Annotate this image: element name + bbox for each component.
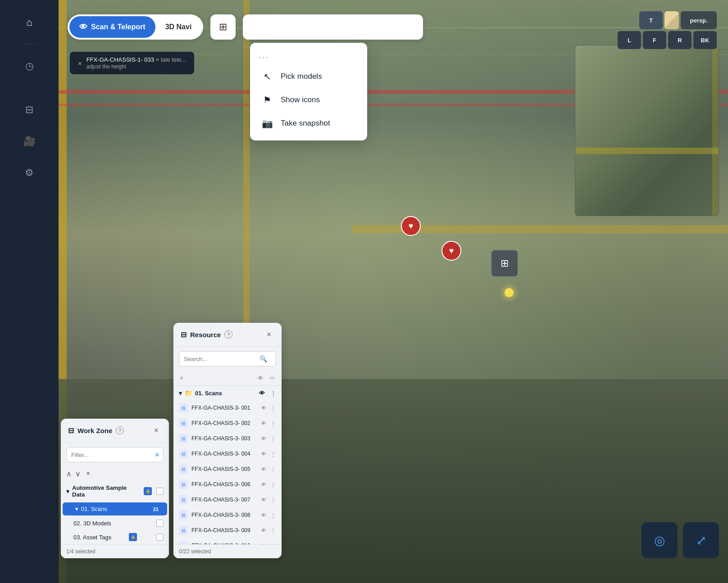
work-zone-filter-input[interactable]	[66, 447, 164, 462]
resource-item-name: FFX-GA-CHASIS-3- 005	[191, 466, 257, 472]
resource-list-item[interactable]: ⊟ FFX-GA-CHASIS-3- 008 👁 ⋮	[173, 507, 282, 523]
hud-marker-2[interactable]: ♥	[441, 241, 461, 261]
work-zone-panel-icon: ⊟	[68, 426, 74, 435]
resource-list-item[interactable]: ⊟ FFX-GA-CHASIS-3- 003 👁 ⋮	[173, 431, 282, 446]
grid-view-button[interactable]: ⊞	[210, 14, 236, 40]
hud-marker-1[interactable]: ♥	[401, 216, 421, 236]
take-snapshot-item[interactable]: 📷 Take snapshot	[250, 112, 367, 135]
view-persp-button[interactable]: persp.	[681, 11, 717, 29]
sidebar-home-button[interactable]: ⌂	[16, 9, 43, 36]
resource-item-dots[interactable]: ⋮	[270, 420, 276, 427]
resource-eye-show-button[interactable]: 👁	[256, 374, 264, 383]
view-back-button[interactable]: BK	[693, 31, 717, 49]
tooltip-close-icon[interactable]: ×	[78, 59, 82, 67]
resource-item-dots[interactable]: ⋮	[270, 451, 276, 457]
pick-models-item[interactable]: ↖ Pick models	[250, 65, 367, 88]
root-checkbox[interactable]	[156, 488, 164, 495]
toolbar-input-area	[243, 14, 423, 40]
resource-item-name: FFX-GA-CHASIS-3- 001	[191, 405, 257, 411]
resource-list-item[interactable]: ⊟ FFX-GA-CHASIS-3- 004 👁 ⋮	[173, 446, 282, 461]
resource-list-item[interactable]: ⊟ FFX-GA-CHASIS-3- 002 👁 ⋮	[173, 416, 282, 431]
resource-item-eye[interactable]: 👁	[261, 527, 267, 534]
resource-item-name: FFX-GA-CHASIS-3- 008	[191, 512, 257, 518]
asset-tags-checkbox[interactable]	[156, 533, 164, 541]
tree-collapse-all-icon[interactable]: ×	[86, 470, 90, 478]
scan-teleport-button[interactable]: 👁 Scan & Teleport	[69, 16, 155, 38]
yellow-dot	[505, 288, 514, 297]
resource-folder-row[interactable]: ▾ 📁 01. Scans 👁 ⋮	[173, 386, 282, 400]
resource-list-item[interactable]: ⊟ FFX-GA-CHASIS-3- 007 👁 ⋮	[173, 492, 282, 507]
gear-icon: ⚙	[25, 167, 34, 179]
tree-child-3d-models[interactable]: 02. 3D Models	[61, 516, 169, 530]
view-top-button[interactable]: T	[639, 11, 663, 29]
resource-item-dots[interactable]: ⋮	[270, 542, 276, 545]
resource-item-eye[interactable]: 👁	[261, 497, 267, 503]
view-front-button[interactable]: F	[643, 31, 666, 49]
resource-help-icon[interactable]: ?	[224, 330, 232, 339]
3d-navi-button[interactable]: 3D Navi	[155, 16, 202, 38]
resource-item-eye[interactable]: 👁	[261, 405, 267, 411]
resource-title: Resource	[190, 331, 221, 339]
folder-eye-icon[interactable]: 👁	[259, 390, 265, 397]
sidebar-camera-button[interactable]: 🎥	[16, 128, 43, 155]
resource-item-eye[interactable]: 👁	[261, 451, 267, 457]
show-icons-item[interactable]: ⚑ Show icons	[250, 88, 367, 112]
tree-child-asset-tags[interactable]: 03. Asset Tags 🔒	[61, 530, 169, 544]
dropdown-trigger[interactable]: ...	[250, 48, 367, 65]
resource-item-eye[interactable]: 👁	[261, 420, 267, 427]
work-zone-panel: ⊟ Work Zone ? × ≡ ∧ ∨ × ▾ Automotive Sam…	[61, 419, 169, 558]
sidebar-clock-button[interactable]: ◷	[16, 53, 43, 80]
folder-dots-icon[interactable]: ⋮	[270, 390, 276, 397]
resource-item-dots[interactable]: ⋮	[270, 512, 276, 519]
resource-collapse-icon[interactable]: ×	[179, 374, 184, 383]
tree-root-item[interactable]: ▾ Automotive Sample Data 🔒	[61, 481, 169, 502]
resource-list-item[interactable]: ⊟ FFX-GA-CHASIS-3- 006 👁 ⋮	[173, 477, 282, 492]
resource-item-eye[interactable]: 👁	[261, 481, 267, 488]
scan-teleport-icon: 👁	[79, 23, 87, 32]
work-zone-close-button[interactable]: ×	[151, 425, 162, 436]
resource-list-item[interactable]: ⊟ FFX-GA-CHASIS-3- 009 👁 ⋮	[173, 523, 282, 538]
sidebar-monitor-button[interactable]: ⊟	[16, 96, 43, 123]
resource-item-icon: ⊟	[179, 541, 188, 544]
resource-item-icon: ⊟	[179, 449, 188, 458]
view-left-button[interactable]: L	[618, 31, 641, 49]
hud-grid-marker[interactable]: ⊞	[491, 250, 518, 277]
nav-mode-toggle: 👁 Scan & Teleport 3D Navi	[68, 14, 203, 40]
work-zone-footer: 1/4 selected	[61, 544, 169, 558]
tree-child-3d-label: 02. 3D Models	[73, 520, 111, 527]
work-zone-header: ⊟ Work Zone ? ×	[61, 419, 169, 443]
resource-eye-hide-button[interactable]: 👁	[268, 374, 276, 383]
resource-list-item[interactable]: ⊟ FFX-GA-CHASIS-3- 010 👁 ⋮	[173, 538, 282, 544]
sidebar-settings-button[interactable]: ⚙	[16, 159, 43, 186]
tree-child-scans[interactable]: ▾ 01. Scans 21	[63, 502, 167, 515]
resource-item-icon: ⊟	[179, 434, 188, 443]
sidebar-divider-1	[20, 44, 38, 45]
resource-item-dots[interactable]: ⋮	[270, 527, 276, 534]
resource-icons-row: × 👁 👁	[173, 371, 282, 386]
resource-item-eye[interactable]: 👁	[261, 512, 267, 519]
view-right-button[interactable]: R	[668, 31, 692, 49]
collapse-down-icon[interactable]: ∨	[75, 470, 81, 478]
resource-item-dots[interactable]: ⋮	[270, 405, 276, 411]
resource-item-dots[interactable]: ⋮	[270, 435, 276, 442]
resource-item-dots[interactable]: ⋮	[270, 466, 276, 473]
flag-icon: ⚑	[261, 95, 273, 105]
resource-list-item[interactable]: ⊟ FFX-GA-CHASIS-3- 005 👁 ⋮	[173, 461, 282, 477]
resource-item-eye[interactable]: 👁	[261, 542, 267, 545]
resource-close-button[interactable]: ×	[264, 329, 274, 340]
resource-search-area: 🔍	[173, 347, 282, 371]
3d-models-checkbox[interactable]	[156, 520, 164, 527]
collapse-up-icon[interactable]: ∧	[66, 470, 72, 478]
resource-item-eye[interactable]: 👁	[261, 466, 267, 473]
resource-item-dots[interactable]: ⋮	[270, 481, 276, 488]
resource-item-dots[interactable]: ⋮	[270, 497, 276, 503]
scan-view-button[interactable]: ◎	[642, 522, 678, 558]
resource-item-eye[interactable]: 👁	[261, 435, 267, 442]
view-back-label: BK	[701, 37, 710, 44]
view-right-label: R	[678, 37, 682, 44]
resource-list-item[interactable]: ⊟ FFX-GA-CHASIS-3- 001 👁 ⋮	[173, 400, 282, 416]
work-zone-help-icon[interactable]: ?	[116, 426, 124, 434]
expand-view-button[interactable]: ⤢	[683, 522, 719, 558]
view-front-label: F	[653, 37, 656, 44]
tree-controls: ∧ ∨ ×	[61, 467, 169, 481]
